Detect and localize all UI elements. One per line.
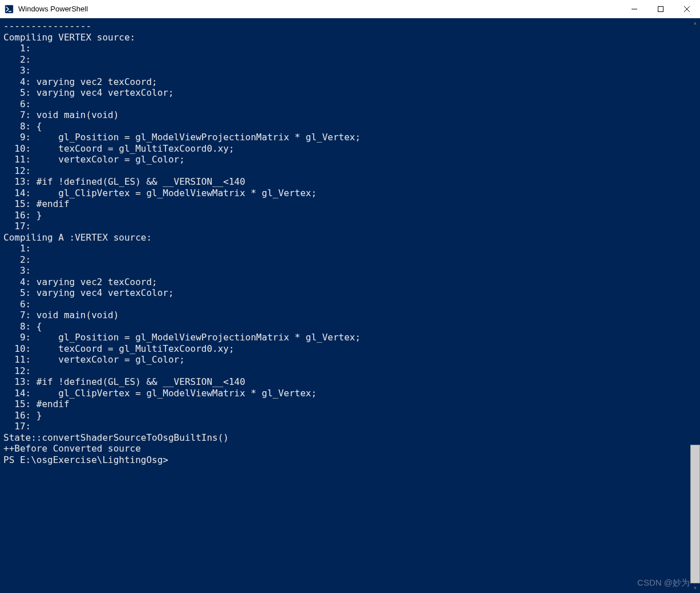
vertical-scrollbar[interactable]: ▲ ▼	[690, 18, 700, 593]
scrollbar-track[interactable]	[690, 28, 700, 583]
line-code: :	[26, 221, 37, 231]
line-code: :	[26, 243, 37, 254]
line-code: :	[26, 43, 37, 54]
line-number: 9	[3, 332, 26, 343]
maximize-icon	[658, 6, 663, 12]
shader-line: 13: #if !defined(GL_ES) && __VERSION__<1…	[3, 176, 687, 188]
line-number: 10	[3, 343, 26, 355]
line-number: 2	[3, 54, 26, 66]
shader-line: 5: varying vec4 vertexColor;	[3, 287, 687, 299]
line-number: 7	[3, 310, 26, 321]
line-number: 5	[3, 87, 26, 99]
line-number: 1	[3, 43, 26, 54]
terminal-wrapper: ----------------Compiling VERTEX source:…	[0, 18, 700, 593]
shader-line: 5: varying vec4 vertexColor;	[3, 87, 687, 99]
line-code: : varying vec4 vertexColor;	[26, 87, 174, 98]
powershell-icon	[5, 5, 14, 14]
shader-line: 11: vertexColor = gl_Color;	[3, 154, 687, 165]
shader-line: 2:	[3, 54, 687, 66]
shader-line: 9: gl_Position = gl_ModelViewProjectionM…	[3, 332, 687, 343]
shader-line: 16: }	[3, 410, 687, 421]
shader-line: 12:	[3, 165, 687, 177]
before-converted-line: ++Before Converted source	[3, 443, 687, 454]
line-code: : texCoord = gl_MultiTexCoord0.xy;	[26, 143, 234, 154]
shader-line: 4: varying vec2 texCoord;	[3, 277, 687, 288]
shader-line: 2:	[3, 254, 687, 266]
line-number: 17	[3, 421, 26, 432]
shader-line: 6:	[3, 299, 687, 310]
line-code: : vertexColor = gl_Color;	[26, 354, 185, 365]
minimize-icon	[632, 6, 637, 12]
line-code: :	[26, 421, 37, 432]
line-code: : gl_ClipVertex = gl_ModelViewMatrix * g…	[26, 188, 317, 198]
shader-line: 1:	[3, 43, 687, 54]
shader-line: 8: {	[3, 121, 687, 132]
line-code: : varying vec4 vertexColor;	[26, 287, 174, 298]
line-number: 11	[3, 154, 26, 165]
line-number: 3	[3, 265, 26, 277]
line-code: :	[26, 99, 37, 109]
line-code: :	[26, 165, 37, 176]
shader-line: 17:	[3, 221, 687, 232]
scroll-up-button[interactable]: ▲	[690, 18, 700, 28]
line-code: : varying vec2 texCoord;	[26, 76, 157, 87]
shader-line: 1:	[3, 243, 687, 254]
line-code: :	[26, 254, 37, 265]
close-button[interactable]	[674, 0, 700, 18]
line-number: 6	[3, 99, 26, 110]
line-code: : vertexColor = gl_Color;	[26, 154, 185, 165]
line-code: : {	[26, 121, 42, 132]
line-code: : #endif	[26, 198, 70, 209]
line-number: 8	[3, 121, 26, 132]
line-code: : varying vec2 texCoord;	[26, 277, 157, 287]
compile-header: Compiling VERTEX source:	[3, 32, 687, 43]
line-code: : }	[26, 210, 42, 221]
shader-line: 8: {	[3, 321, 687, 332]
scroll-down-button[interactable]: ▼	[690, 583, 700, 593]
line-number: 7	[3, 109, 26, 121]
shader-line: 14: gl_ClipVertex = gl_ModelViewMatrix *…	[3, 388, 687, 399]
line-code: : gl_ClipVertex = gl_ModelViewMatrix * g…	[26, 388, 317, 399]
line-number: 2	[3, 254, 26, 266]
scrollbar-thumb[interactable]	[690, 445, 700, 584]
maximize-button[interactable]	[648, 0, 674, 18]
line-number: 17	[3, 221, 26, 232]
shader-line: 15: #endif	[3, 399, 687, 410]
compile-header: Compiling A :VERTEX source:	[3, 232, 687, 243]
shader-line: 4: varying vec2 texCoord;	[3, 76, 687, 88]
minimize-button[interactable]	[621, 0, 648, 18]
line-code: : gl_Position = gl_ModelViewProjectionMa…	[26, 132, 361, 143]
shader-line: 6:	[3, 99, 687, 110]
shader-line: 14: gl_ClipVertex = gl_ModelViewMatrix *…	[3, 188, 687, 199]
close-icon	[684, 6, 690, 12]
line-code: : texCoord = gl_MultiTexCoord0.xy;	[26, 343, 234, 354]
shader-line: 7: void main(void)	[3, 109, 687, 121]
line-code: : #endif	[26, 399, 70, 409]
line-code: : #if !defined(GL_ES) && __VERSION__<140	[26, 376, 245, 387]
line-number: 14	[3, 188, 26, 199]
line-number: 9	[3, 132, 26, 143]
line-code: :	[26, 65, 37, 76]
terminal-output[interactable]: ----------------Compiling VERTEX source:…	[0, 18, 690, 593]
line-number: 8	[3, 321, 26, 332]
window-titlebar: Windows PowerShell	[0, 0, 700, 18]
line-code: : }	[26, 410, 42, 421]
line-code: : {	[26, 321, 42, 332]
line-number: 16	[3, 210, 26, 221]
shader-line: 3:	[3, 65, 687, 76]
divider-line: ----------------	[3, 21, 687, 32]
shader-line: 3:	[3, 265, 687, 277]
line-number: 13	[3, 376, 26, 388]
shader-line: 17:	[3, 421, 687, 432]
shader-line: 13: #if !defined(GL_ES) && __VERSION__<1…	[3, 376, 687, 388]
line-number: 3	[3, 65, 26, 76]
shader-line: 16: }	[3, 210, 687, 221]
window-controls	[621, 0, 700, 18]
line-number: 14	[3, 388, 26, 399]
line-code: :	[26, 365, 37, 376]
line-code: : gl_Position = gl_ModelViewProjectionMa…	[26, 332, 361, 343]
line-number: 11	[3, 354, 26, 365]
shader-line: 10: texCoord = gl_MultiTexCoord0.xy;	[3, 343, 687, 355]
line-number: 13	[3, 176, 26, 188]
line-code: : void main(void)	[26, 310, 119, 320]
